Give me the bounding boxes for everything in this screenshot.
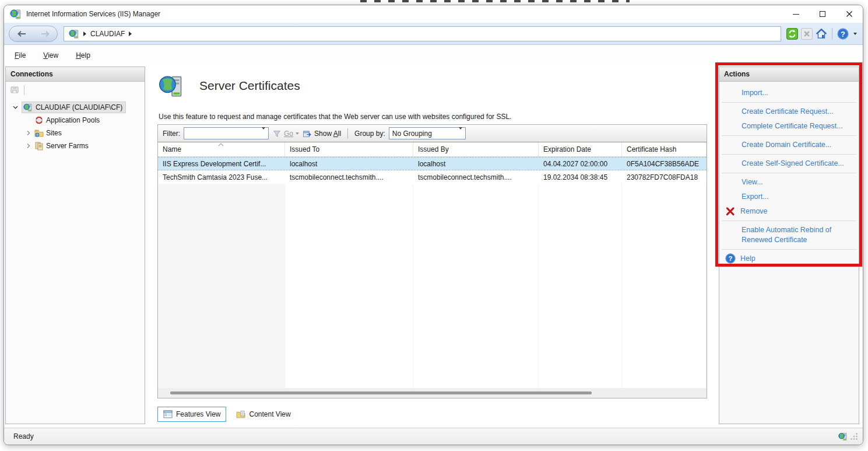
chevron-down-icon[interactable] (262, 127, 265, 138)
feature-view: Server Certificates Use this feature to … (150, 66, 714, 424)
tree-item-label: CLAUDIAF (CLAUDIAF\CF) (36, 103, 122, 111)
chevron-down-icon[interactable] (12, 104, 19, 110)
breadcrumb-arrow-icon[interactable] (129, 32, 132, 36)
help-button[interactable] (837, 28, 849, 40)
application-pools-icon (34, 116, 44, 125)
resize-grip[interactable] (850, 432, 858, 440)
tab-label: Content View (249, 410, 290, 418)
view-tabs: Features View Content View (157, 407, 296, 422)
go-button[interactable]: Go (272, 129, 299, 138)
help-circle-icon (725, 253, 736, 264)
back-button[interactable] (16, 30, 27, 37)
maximize-button[interactable] (809, 5, 836, 23)
column-header-expiration-date[interactable]: Expiration Date (539, 142, 622, 156)
cell-expiration: 04.04.2027 02:00:00 (539, 160, 622, 168)
action-view[interactable]: View... (719, 175, 859, 190)
iis-server-icon (69, 29, 79, 39)
horizontal-scrollbar[interactable] (158, 388, 707, 398)
action-help[interactable]: Help (719, 251, 859, 266)
separator (722, 102, 856, 103)
separator (722, 173, 856, 173)
table-row[interactable]: IIS Express Development Certif... localh… (158, 157, 707, 170)
action-create-domain-certificate[interactable]: Create Domain Certificate... (719, 138, 859, 152)
breadcrumb-server[interactable]: CLAUDIAF (90, 30, 125, 38)
window-title: Internet Information Services (IIS) Mana… (26, 10, 160, 18)
filter-input[interactable] (184, 127, 269, 139)
breadcrumb-arrow-icon[interactable] (83, 32, 86, 36)
content-area: Connections CLAUDIAF (CLAUDIAF\CF) Ap (4, 66, 863, 428)
address-bar: CLAUDIAF (4, 23, 863, 45)
actions-header-label: Actions (724, 70, 750, 78)
tree-item-application-pools[interactable]: Application Pools (6, 114, 145, 127)
title-bar[interactable]: Internet Information Services (IIS) Mana… (4, 5, 863, 23)
table-header: Name Issued To Issued By Expiration Date… (158, 142, 707, 157)
cropped-text-artifact (360, 0, 630, 2)
minimize-button[interactable] (782, 5, 809, 23)
breadcrumb[interactable]: CLAUDIAF (64, 26, 781, 41)
action-create-self-signed-certificate[interactable]: Create Self-Signed Certificate... (719, 156, 859, 171)
scrollbar-thumb[interactable] (170, 391, 592, 394)
actions-panel: Actions Import... Create Certificate Req… (719, 67, 859, 424)
cell-name: IIS Express Development Certif... (158, 160, 285, 168)
tab-features-view[interactable]: Features View (157, 407, 226, 422)
forward-button[interactable] (40, 30, 51, 37)
server-certificates-icon (159, 72, 184, 100)
chevron-down-icon[interactable] (459, 127, 462, 138)
action-export[interactable]: Export... (719, 190, 859, 204)
action-import[interactable]: Import... (719, 86, 859, 100)
toolbar-separator (832, 28, 832, 40)
cell-issued-to: localhost (285, 160, 413, 168)
refresh-button[interactable] (786, 28, 798, 40)
navigation-buttons (9, 26, 58, 42)
tree-item-label: Sites (46, 129, 62, 137)
cell-hash: 230782FD7C08FDA18 (622, 173, 707, 181)
tree-item-sites[interactable]: Sites (6, 127, 145, 139)
column-header-issued-to[interactable]: Issued To (285, 142, 413, 156)
cell-issued-to: tscmobileconnect.techsmith.... (285, 173, 413, 181)
address-toolbar (786, 28, 857, 40)
action-remove[interactable]: Remove (719, 204, 859, 219)
filter-funnel-icon (272, 129, 282, 138)
content-view-icon (236, 410, 245, 419)
tab-label: Features View (176, 410, 220, 418)
help-dropdown-caret-icon[interactable] (853, 33, 857, 35)
tab-content-view[interactable]: Content View (231, 407, 296, 421)
separator (722, 135, 856, 136)
iis-status-icon (838, 432, 848, 441)
create-connection-icon[interactable] (10, 85, 19, 95)
close-button[interactable] (836, 5, 863, 23)
menu-view[interactable]: View (43, 51, 58, 60)
tree-selection[interactable]: CLAUDIAF (CLAUDIAF\CF) (22, 102, 126, 113)
connections-panel: Connections CLAUDIAF (CLAUDIAF\CF) Ap (5, 67, 145, 424)
features-view-icon (163, 410, 173, 419)
feature-description: Use this feature to request and manage c… (150, 100, 714, 121)
column-header-certificate-hash[interactable]: Certificate Hash (622, 142, 707, 156)
column-header-issued-by[interactable]: Issued By (413, 142, 539, 156)
show-all-button[interactable]: Show All (303, 129, 341, 138)
tree-item-server-farms[interactable]: Server Farms (6, 139, 145, 152)
group-by-select[interactable]: No Grouping (389, 127, 466, 139)
action-create-certificate-request[interactable]: Create Certificate Request... (719, 104, 859, 119)
chevron-down-icon[interactable] (296, 132, 299, 135)
connections-toolbar (6, 82, 145, 98)
chevron-right-icon[interactable] (24, 143, 32, 149)
page-title: Server Certificates (199, 79, 300, 93)
connections-tree: CLAUDIAF (CLAUDIAF\CF) Application Pools… (6, 98, 145, 424)
separator (722, 249, 856, 250)
group-by-value: No Grouping (392, 130, 432, 138)
certificates-list-view: Filter: Go Show All Group by: (157, 124, 707, 398)
table-row[interactable]: TechSmith Camtasia 2023 Fuse... tscmobil… (158, 170, 707, 184)
sites-folder-icon (34, 128, 44, 138)
menu-file[interactable]: File (15, 51, 26, 60)
group-by-label: Group by: (354, 130, 385, 138)
action-complete-certificate-request[interactable]: Complete Certificate Request... (719, 119, 859, 134)
home-button[interactable] (816, 28, 827, 40)
stop-button[interactable] (801, 28, 813, 40)
status-text: Ready (13, 432, 34, 440)
tree-item-server[interactable]: CLAUDIAF (CLAUDIAF\CF) (6, 101, 145, 114)
chevron-right-icon[interactable] (24, 130, 32, 136)
menu-help[interactable]: Help (76, 51, 90, 60)
action-enable-automatic-rebind[interactable]: Enable Automatic Rebind of Renewed Certi… (719, 223, 859, 247)
toolbar-separator (24, 85, 24, 95)
remove-x-icon (725, 206, 736, 216)
